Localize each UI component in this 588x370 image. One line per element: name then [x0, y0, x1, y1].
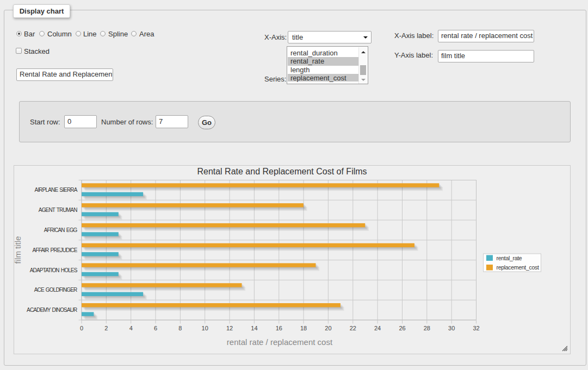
svg-text:32: 32 — [473, 325, 479, 331]
svg-text:0: 0 — [80, 325, 83, 331]
svg-text:ACADEMY DINOSAUR: ACADEMY DINOSAUR — [27, 307, 77, 313]
svg-text:ACE GOLDFINGER: ACE GOLDFINGER — [34, 287, 77, 293]
svg-text:24: 24 — [374, 325, 381, 331]
svg-text:AFFAIR PREJUDICE: AFFAIR PREJUDICE — [32, 247, 77, 253]
svg-text:2: 2 — [104, 325, 108, 331]
svg-text:30: 30 — [448, 325, 455, 331]
svg-text:rental_rate: rental_rate — [497, 255, 522, 261]
svg-text:14: 14 — [251, 325, 257, 331]
svg-text:AGENT TRUMAN: AGENT TRUMAN — [39, 207, 77, 213]
svg-text:AIRPLANE SIERRA: AIRPLANE SIERRA — [35, 187, 78, 193]
svg-text:rental rate / replacement cost: rental rate / replacement cost — [227, 337, 333, 347]
svg-text:12: 12 — [226, 325, 233, 331]
svg-text:film title: film title — [14, 236, 22, 264]
svg-text:22: 22 — [350, 325, 356, 331]
svg-text:26: 26 — [399, 325, 405, 331]
svg-text:28: 28 — [424, 325, 430, 331]
svg-text:replacement_cost: replacement_cost — [497, 264, 539, 271]
svg-text:ADAPTATION HOLES: ADAPTATION HOLES — [30, 267, 78, 273]
svg-text:18: 18 — [300, 325, 307, 331]
svg-text:Rental Rate and Replacement Co: Rental Rate and Replacement Cost of Film… — [197, 167, 367, 176]
svg-text:20: 20 — [325, 325, 331, 331]
svg-text:4: 4 — [129, 325, 133, 331]
svg-text:16: 16 — [276, 325, 282, 331]
svg-text:8: 8 — [178, 325, 182, 331]
svg-text:10: 10 — [202, 325, 208, 331]
svg-text:6: 6 — [154, 325, 157, 331]
svg-text:AFRICAN EGG: AFRICAN EGG — [44, 227, 78, 233]
